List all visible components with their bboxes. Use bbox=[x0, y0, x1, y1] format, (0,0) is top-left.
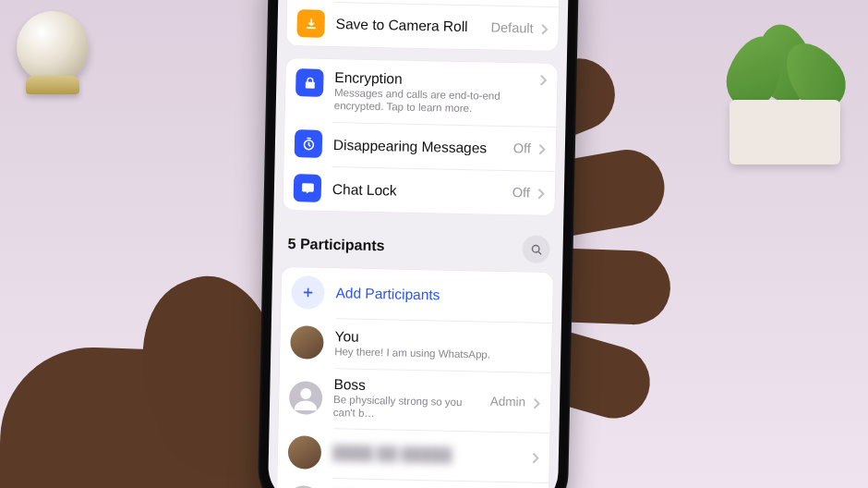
plus-icon bbox=[291, 276, 325, 311]
row-label: Chat Lock bbox=[332, 181, 501, 201]
phone-screen: Wallpaper & Sound Save to Camera Roll De… bbox=[268, 0, 569, 488]
settings-group-privacy: Encryption Messages and calls are end-to… bbox=[283, 58, 557, 216]
save-icon bbox=[296, 9, 325, 38]
row-disappearing-messages[interactable]: Disappearing Messages Off bbox=[283, 121, 556, 171]
lock-icon bbox=[295, 68, 324, 97]
participant-row[interactable]: ████ ██ █████ bbox=[277, 427, 549, 482]
avatar bbox=[288, 435, 322, 470]
add-participants-row[interactable]: Add Participants bbox=[281, 267, 553, 323]
chevron-right-icon bbox=[533, 396, 540, 408]
row-value: Default bbox=[491, 20, 534, 36]
row-subtitle: Messages and calls are end-to-end encryp… bbox=[334, 87, 529, 116]
chevron-right-icon bbox=[538, 143, 546, 154]
participant-status: Be physically strong so you can't b… bbox=[333, 394, 479, 422]
chevron-right-icon bbox=[537, 188, 545, 199]
row-value: Off bbox=[513, 141, 531, 156]
add-participants-label: Add Participants bbox=[335, 286, 440, 304]
chevron-right-icon bbox=[532, 451, 539, 462]
participant-name-redacted: ████ ██ █████ bbox=[332, 445, 521, 465]
avatar bbox=[289, 381, 323, 415]
row-value: Off bbox=[512, 186, 530, 201]
timer-icon bbox=[295, 130, 323, 159]
participant-row[interactable]: Boss Be physically strong so you can't b… bbox=[279, 367, 551, 433]
participant-row[interactable]: You Hey there! I am using WhatsApp. bbox=[280, 317, 552, 372]
chevron-right-icon bbox=[540, 23, 548, 34]
decorative-orb-base bbox=[26, 76, 79, 94]
search-icon bbox=[529, 242, 543, 256]
row-save-to-camera-roll[interactable]: Save to Camera Roll Default bbox=[286, 1, 559, 51]
row-label: Save to Camera Roll bbox=[335, 16, 479, 35]
participant-role: Admin bbox=[490, 395, 526, 409]
svg-point-2 bbox=[532, 245, 539, 252]
search-participants-button[interactable] bbox=[522, 236, 550, 264]
participants-count: 5 Participants bbox=[287, 236, 384, 254]
row-label: Disappearing Messages bbox=[333, 137, 502, 157]
avatar bbox=[290, 326, 324, 360]
row-chat-lock[interactable]: Chat Lock Off bbox=[283, 165, 555, 215]
row-encryption[interactable]: Encryption Messages and calls are end-to… bbox=[284, 58, 557, 128]
decorative-plant bbox=[693, 7, 868, 174]
participant-name: Boss bbox=[333, 377, 479, 396]
participants-list: Add Participants You Hey there! I am usi… bbox=[276, 267, 553, 488]
participants-header: 5 Participants bbox=[282, 223, 554, 273]
chevron-right-icon bbox=[539, 74, 547, 85]
settings-group-appearance: Wallpaper & Sound Save to Camera Roll De… bbox=[286, 0, 560, 51]
phone-frame: Wallpaper & Sound Save to Camera Roll De… bbox=[258, 0, 580, 488]
chat-lock-icon bbox=[294, 175, 322, 203]
svg-point-3 bbox=[300, 387, 311, 398]
decorative-orb bbox=[17, 11, 89, 83]
